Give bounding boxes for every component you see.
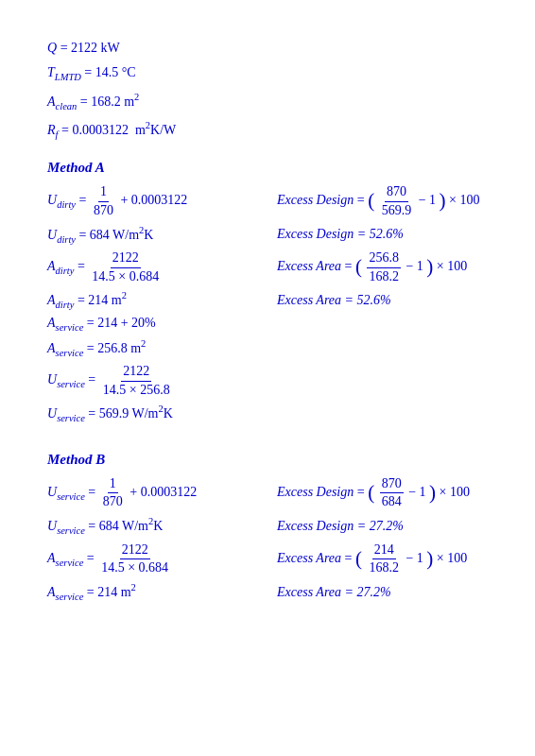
method-a-row5: Aservice = 214 + 20% [47,316,488,333]
A-service-eq1: Aservice = 214 + 20% [47,316,258,333]
EA-eq-a1: Excess Area = ( 256.8168.2 − 1 ) × 100 [258,249,488,284]
method-b-row4: Aservice = 214 m2 Excess Area = 27.2% [47,582,488,601]
method-b-row1: Uservice = 1870 + 0.0003122 Excess Desig… [47,475,488,510]
A-dirty-val: Adirty = 214 m2 [47,291,258,310]
EA-val-b1: Excess Area = 27.2% [258,585,488,600]
Q-line: Q = 2122 kW [47,38,488,59]
method-a-row4: Adirty = 214 m2 Excess Area = 52.6% [47,291,488,310]
method-a-row3: Adirty = 212214.5 × 0.684 Excess Area = … [47,249,488,284]
EA-val-a1: Excess Area = 52.6% [258,293,488,308]
T-LMTD-line: TLMTD = 14.5 °C [47,62,488,86]
U-dirty-val: Udirty = 684 W/m2K [47,225,258,244]
method-a-row8: Uservice = 569.9 W/m2K [47,404,488,423]
EA-eq-b1: Excess Area = ( 214168.2 − 1 ) × 100 [258,541,488,576]
method-a-row7: Uservice = 212214.5 × 256.8 [47,363,488,398]
U-service-val-a: Uservice = 569.9 W/m2K [47,404,258,423]
T-value: = 14.5 °C [84,65,135,79]
method-a-row2: Udirty = 684 W/m2K Excess Design = 52.6% [47,225,488,244]
method-b-row3: Aservice = 212214.5 × 0.684 Excess Area … [47,541,488,576]
Q-value: = 2122 kW [60,41,120,55]
method-b-section: Method B Uservice = 1870 + 0.0003122 Exc… [47,452,488,602]
U-service-eq-b: Uservice = 1870 + 0.0003122 [47,475,258,510]
header-section: Q = 2122 kW TLMTD = 14.5 °C Aclean = 168… [47,38,488,143]
A-service-eq-b: Aservice = 212214.5 × 0.684 [47,541,258,576]
A-clean-symbol: Aclean [47,94,77,109]
ED-val-a1: Excess Design = 52.6% [258,227,488,242]
Rf-line: Rf = 0.0003122 m2K/W [47,118,488,143]
method-a-row6: Aservice = 256.8 m2 [47,338,488,357]
method-b-row2: Uservice = 684 W/m2K Excess Design = 27.… [47,517,488,536]
T-symbol: TLMTD [47,65,81,79]
ED-val-b1: Excess Design = 27.2% [258,519,488,534]
U-service-eq-a: Uservice = 212214.5 × 256.8 [47,363,258,398]
U-dirty-eq: Udirty = 1870 + 0.0003122 [47,183,258,218]
method-b-label: Method B [47,452,488,468]
A-dirty-eq: Adirty = 212214.5 × 0.684 [47,249,258,284]
A-clean-line: Aclean = 168.2 m2 [47,90,488,114]
A-service-val: Aservice = 256.8 m2 [47,338,258,357]
method-a-row1: Udirty = 1870 + 0.0003122 Excess Design … [47,183,488,218]
method-a-section: Method A Udirty = 1870 + 0.0003122 Exces… [47,160,488,423]
U-service-val-b: Uservice = 684 W/m2K [47,517,258,536]
ED-eq-a1: Excess Design = ( 870569.9 − 1 ) × 100 [258,183,488,218]
Rf-symbol: Rf [47,123,58,137]
A-clean-value: = 168.2 m2 [80,94,140,109]
ED-eq-b1: Excess Design = ( 870684 − 1 ) × 100 [258,475,488,510]
A-service-val-b: Aservice = 214 m2 [47,582,258,601]
Q-text: Q [47,41,57,55]
method-a-label: Method A [47,160,488,176]
Rf-value: = 0.0003122 m2K/W [61,123,176,137]
